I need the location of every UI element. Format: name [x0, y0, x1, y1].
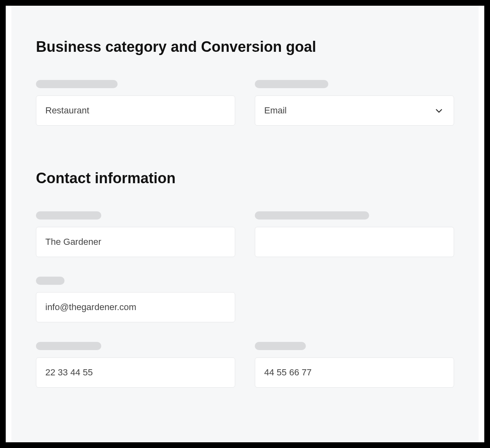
section-heading-business: Business category and Conversion goal	[36, 38, 454, 55]
contact-name-input[interactable]	[36, 227, 235, 257]
label-placeholder	[255, 342, 306, 350]
row-contact-name	[36, 211, 454, 257]
business-category-value[interactable]	[45, 105, 226, 116]
contact-other-value[interactable]	[264, 237, 445, 247]
field-contact-email	[36, 277, 235, 322]
section-heading-contact: Contact information	[36, 170, 454, 187]
conversion-goal-select[interactable]: Email	[255, 95, 454, 126]
phone-2-value[interactable]	[264, 367, 445, 378]
contact-email-value[interactable]	[45, 302, 226, 313]
field-phone-2	[255, 342, 454, 388]
field-conversion-goal: Email	[255, 80, 454, 126]
row-contact-email	[36, 277, 454, 322]
label-placeholder	[36, 80, 118, 88]
field-business-category	[36, 80, 235, 126]
label-placeholder	[255, 211, 369, 220]
label-placeholder	[36, 342, 101, 350]
contact-other-input[interactable]	[255, 227, 454, 257]
chevron-down-icon	[433, 105, 445, 116]
phone-2-input[interactable]	[255, 357, 454, 388]
outer-frame: Business category and Conversion goal Em…	[6, 6, 484, 442]
form-panel: Business category and Conversion goal Em…	[11, 6, 479, 442]
phone-1-value[interactable]	[45, 367, 226, 378]
business-category-input[interactable]	[36, 95, 235, 126]
contact-email-input[interactable]	[36, 292, 235, 322]
contact-name-value[interactable]	[45, 237, 226, 247]
conversion-goal-value: Email	[264, 105, 287, 116]
field-phone-1	[36, 342, 235, 388]
label-placeholder	[36, 211, 101, 220]
row-business: Email	[36, 80, 454, 126]
label-placeholder	[255, 80, 328, 88]
row-contact-phones	[36, 342, 454, 388]
phone-1-input[interactable]	[36, 357, 235, 388]
field-contact-name	[36, 211, 235, 257]
field-empty-spacer	[255, 277, 454, 322]
field-contact-other	[255, 211, 454, 257]
label-placeholder	[36, 277, 65, 285]
